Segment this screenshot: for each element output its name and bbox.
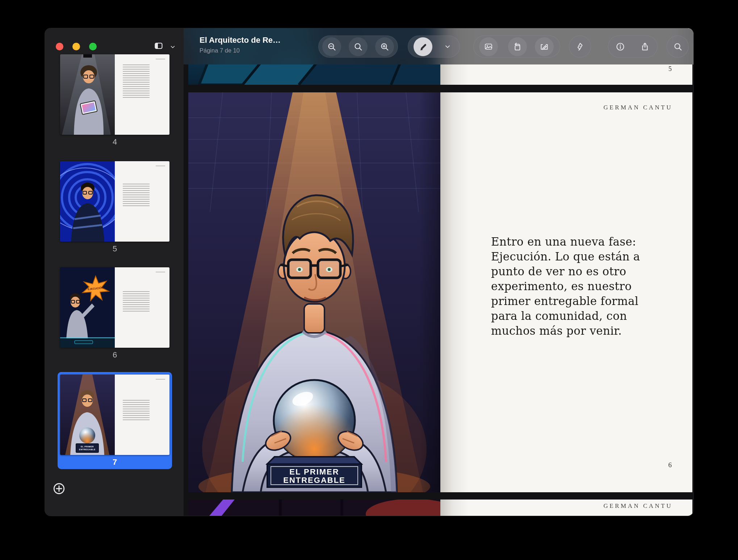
paragraph-line: para la comunidad, con (491, 309, 687, 323)
chevron-down-icon (444, 43, 451, 50)
chevron-down-icon (169, 44, 176, 50)
deliverable-illustration: EL PRIMER ENTREGABLE (188, 92, 440, 492)
annotate-pen-wrap (571, 37, 590, 56)
page-number-5: 5 (668, 65, 672, 73)
close-window-button[interactable] (56, 43, 63, 50)
next-illustration-partial (188, 500, 440, 516)
thumbnail-page-label: 5 (58, 244, 172, 254)
thumbnail-4-illustration (60, 54, 115, 135)
body-paragraph: Entro en una nueva fase: Ejecución. Lo q… (491, 234, 687, 338)
next-text-partial: GERMAN CANTU (440, 500, 692, 516)
document-title-block: El Arquitecto de Re… Página 7 de 10 (200, 35, 281, 54)
pedestal-caption-line-2: ENTREGABLE (283, 476, 345, 485)
text-page: GERMAN CANTU Entro en una nueva fase: Ej… (440, 92, 692, 492)
pedestal-caption-line-1: EL PRIMER (289, 467, 339, 476)
paragraph-line: experimento, es nuestro (491, 279, 687, 294)
sidebar-toggle-icon (154, 41, 163, 51)
thumbnail-7-caption-1: EL PRIMER (81, 446, 94, 448)
markup-pencil-button[interactable] (414, 37, 432, 56)
share-button[interactable] (636, 37, 654, 56)
paragraph-line: Ejecución. Lo que están a (491, 249, 687, 264)
thumbnail-5-text-page (115, 161, 169, 242)
markup-options-chevron[interactable] (438, 37, 457, 56)
thumbnail-spread (60, 161, 169, 242)
thumbnail-6-illustration: EJECUCIÓN (60, 267, 115, 348)
thumbnail-sidebar: 4 (45, 28, 184, 516)
preview-window: 4 (45, 28, 693, 516)
instant-alpha-icon (484, 42, 493, 51)
annotate-pen-icon (575, 42, 585, 51)
paragraph-line: muchos más por venir. (491, 323, 687, 338)
sidebar-toggle-button[interactable] (154, 41, 163, 51)
plus-circle-icon (53, 482, 65, 495)
thumbnail-4-text-page (115, 54, 169, 135)
thumbnail-5-illustration (60, 161, 115, 242)
page-6-7-spread: EL PRIMER ENTREGABLE GERMAN CANTU Entro … (188, 92, 692, 492)
info-share-group (608, 35, 658, 58)
annotate-button[interactable] (569, 35, 591, 58)
zoom-in-button[interactable] (375, 37, 394, 56)
search-button[interactable] (667, 35, 689, 58)
search-icon-wrap (668, 37, 687, 56)
thumbnail-page-label: 6 (58, 350, 172, 360)
pencil-icon (418, 42, 428, 51)
zoom-out-button[interactable] (322, 37, 341, 56)
thumbnail-page-5[interactable]: 5 (58, 159, 172, 256)
edit-tools-group (473, 35, 560, 58)
paragraph-line: punto de ver no es otro (491, 264, 687, 279)
thumbnail-spread (60, 54, 169, 135)
thumbnail-7-text-page (115, 375, 169, 455)
rotate-left-button[interactable] (508, 37, 527, 56)
author-header-next: GERMAN CANTU (604, 502, 672, 510)
illustration-page: EL PRIMER ENTREGABLE (188, 92, 440, 492)
add-page-button[interactable] (53, 482, 65, 495)
zoom-out-icon (327, 42, 336, 51)
thumbnail-page-label: 7 (58, 457, 172, 467)
info-button[interactable] (611, 37, 630, 56)
zoom-group (318, 35, 398, 58)
thumbnail-page-7[interactable]: EL PRIMER ENTREGABLE 7 (58, 372, 172, 469)
share-icon (640, 42, 650, 51)
zoom-in-icon (380, 42, 389, 51)
page-number-6: 6 (668, 461, 672, 469)
info-icon (616, 42, 625, 51)
rotate-left-icon (513, 42, 522, 51)
paragraph-line: Entro en una nueva fase: (491, 234, 687, 249)
zoom-actual-size-button[interactable] (349, 37, 368, 56)
instant-alpha-button[interactable] (479, 37, 498, 56)
next-spread-partial: GERMAN CANTU (188, 500, 692, 516)
document-view: 5 (184, 28, 693, 516)
search-icon (673, 42, 683, 51)
thumbnail-spread: EL PRIMER ENTREGABLE (60, 375, 169, 455)
thumbnail-page-4[interactable]: 4 (58, 52, 172, 149)
thumbnail-spread: EJECUCIÓN (60, 267, 169, 348)
thumbnail-page-label: 4 (58, 137, 172, 147)
sidebar-view-chevron[interactable] (169, 44, 176, 50)
thumbnail-6-text-page (115, 267, 169, 348)
fill-and-sign-button[interactable] (535, 37, 554, 56)
author-header: GERMAN CANTU (604, 104, 672, 111)
paragraph-line: primer entregable formal (491, 294, 687, 309)
markup-group (408, 35, 460, 58)
page-indicator: Página 7 de 10 (200, 47, 281, 54)
thumbnail-7-caption-2: ENTREGABLE (79, 448, 95, 451)
fill-and-sign-icon (540, 42, 549, 51)
zoom-actual-icon (353, 42, 363, 51)
thumbnail-7-illustration: EL PRIMER ENTREGABLE (60, 375, 115, 455)
thumbnail-page-6[interactable]: EJECUCIÓN (58, 265, 172, 362)
minimize-window-button[interactable] (72, 43, 80, 50)
document-title: El Arquitecto de Re… (200, 35, 281, 45)
toolbar: El Arquitecto de Re… Página 7 de 10 (184, 28, 693, 64)
page-spine-shadow (419, 92, 440, 492)
zoom-window-button[interactable] (89, 43, 97, 50)
